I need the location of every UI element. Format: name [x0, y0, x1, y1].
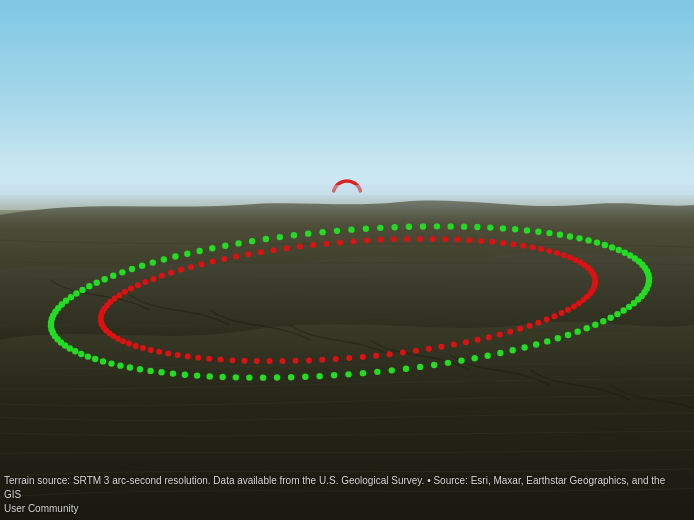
attribution-line2: User Community — [4, 503, 78, 514]
attribution-line1: Terrain source: SRTM 3 arc-second resolu… — [4, 475, 665, 500]
main-canvas — [0, 0, 694, 520]
scene-container: Terrain source: SRTM 3 arc-second resolu… — [0, 0, 694, 520]
attribution: Terrain source: SRTM 3 arc-second resolu… — [4, 474, 684, 516]
